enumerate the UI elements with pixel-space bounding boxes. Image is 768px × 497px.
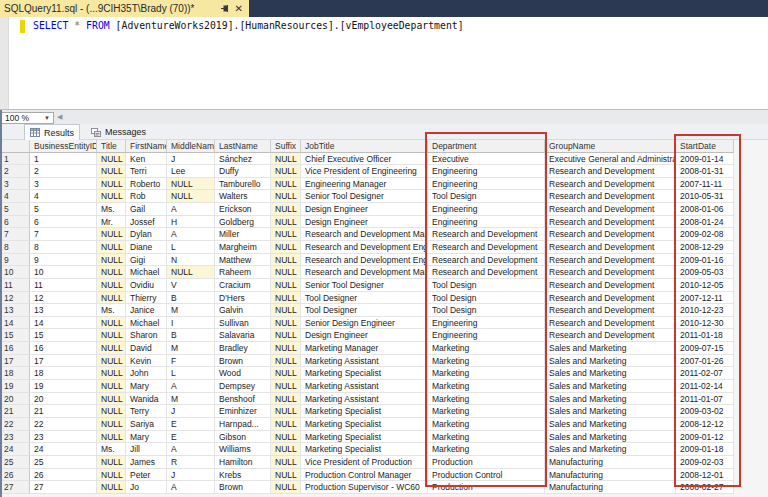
grid-cell[interactable]: Matthew — [215, 254, 271, 267]
grid-cell[interactable]: 2009-07-15 — [676, 342, 734, 355]
grid-cell[interactable]: Tool Design — [428, 304, 545, 317]
zoom-level-dropdown[interactable]: 100 % ▼ — [1, 112, 54, 124]
column-header-BusinessEntityID[interactable]: BusinessEntityID — [30, 140, 97, 153]
grid-cell[interactable]: NULL — [167, 266, 215, 279]
grid-cell[interactable]: Thierry — [126, 292, 167, 305]
grid-cell[interactable]: Rob — [126, 190, 167, 203]
grid-cell[interactable]: Vice President of Engineering — [301, 165, 428, 178]
grid-cell[interactable]: 2010-05-31 — [676, 190, 734, 203]
row-number[interactable]: 8 — [0, 241, 30, 254]
grid-cell[interactable]: Engineering — [428, 203, 545, 216]
grid-cell[interactable]: NULL — [97, 342, 126, 355]
grid-cell[interactable]: NULL — [97, 165, 126, 178]
grid-cell[interactable]: Janice — [126, 304, 167, 317]
row-number[interactable]: 27 — [0, 481, 30, 494]
grid-cell[interactable]: NULL — [97, 279, 126, 292]
row-number[interactable]: 26 — [0, 469, 30, 482]
grid-cell[interactable]: 2010-12-05 — [676, 279, 734, 292]
grid-cell[interactable]: David — [126, 342, 167, 355]
grid-cell[interactable]: NULL — [271, 481, 301, 494]
grid-cell[interactable]: Vice President of Production — [301, 456, 428, 469]
grid-cell[interactable]: NULL — [271, 228, 301, 241]
grid-cell[interactable]: 2007-01-26 — [676, 355, 734, 368]
grid-cell[interactable]: NULL — [167, 190, 215, 203]
grid-cell[interactable]: Engineering — [428, 165, 545, 178]
grid-cell[interactable]: Sales and Marketing — [545, 443, 676, 456]
grid-cell[interactable]: NULL — [271, 279, 301, 292]
grid-cell[interactable]: NULL — [271, 153, 301, 166]
grid-cell[interactable]: Duffy — [215, 165, 271, 178]
grid-cell[interactable]: NULL — [271, 342, 301, 355]
grid-cell[interactable]: 2009-01-18 — [676, 443, 734, 456]
grid-cell[interactable]: Sales and Marketing — [545, 367, 676, 380]
grid-cell[interactable]: Research and Development Engineer — [301, 241, 428, 254]
grid-cell[interactable]: NULL — [97, 228, 126, 241]
grid-cell[interactable]: 1 — [30, 153, 97, 166]
grid-cell[interactable]: Erickson — [215, 203, 271, 216]
grid-cell[interactable]: A — [167, 481, 215, 494]
grid-cell[interactable]: 11 — [30, 279, 97, 292]
grid-cell[interactable]: Marketing — [428, 431, 545, 444]
grid-cell[interactable]: 2008-12-29 — [676, 241, 734, 254]
grid-cell[interactable]: Marketing Manager — [301, 342, 428, 355]
row-number[interactable]: 16 — [0, 342, 30, 355]
grid-cell[interactable]: Dempsey — [215, 380, 271, 393]
grid-cell[interactable]: I — [167, 317, 215, 330]
grid-cell[interactable]: 16 — [30, 342, 97, 355]
grid-cell[interactable]: Marketing Specialist — [301, 418, 428, 431]
grid-cell[interactable]: Gibson — [215, 431, 271, 444]
grid-cell[interactable]: Marketing — [428, 355, 545, 368]
grid-cell[interactable]: NULL — [271, 355, 301, 368]
grid-cell[interactable]: Lee — [167, 165, 215, 178]
row-number[interactable]: 17 — [0, 355, 30, 368]
grid-cell[interactable]: Ovidiu — [126, 279, 167, 292]
grid-cell[interactable]: R — [167, 456, 215, 469]
column-header-GroupName[interactable]: GroupName — [545, 140, 676, 153]
grid-cell[interactable]: Research and Development — [545, 329, 676, 342]
grid-cell[interactable]: Engineering — [428, 317, 545, 330]
grid-cell[interactable]: Salavaria — [215, 329, 271, 342]
grid-cell[interactable]: A — [167, 380, 215, 393]
row-number[interactable]: 13 — [0, 304, 30, 317]
grid-cell[interactable]: Senior Tool Designer — [301, 279, 428, 292]
grid-cell[interactable]: Miller — [215, 228, 271, 241]
grid-cell[interactable]: 2007-11-11 — [676, 178, 734, 191]
grid-cell[interactable]: NULL — [97, 266, 126, 279]
grid-cell[interactable]: Kevin — [126, 355, 167, 368]
grid-cell[interactable]: NULL — [97, 393, 126, 406]
grid-cell[interactable]: Research and Development — [428, 266, 545, 279]
grid-cell[interactable]: NULL — [271, 393, 301, 406]
grid-cell[interactable]: M — [167, 304, 215, 317]
grid-cell[interactable]: Production Supervisor - WC60 — [301, 481, 428, 494]
grid-cell[interactable]: 26 — [30, 469, 97, 482]
column-header-Title[interactable]: Title — [97, 140, 126, 153]
grid-cell[interactable]: 7 — [30, 228, 97, 241]
grid-cell[interactable]: Marketing Specialist — [301, 405, 428, 418]
grid-cell[interactable]: Research and Development — [545, 292, 676, 305]
grid-cell[interactable]: M — [167, 342, 215, 355]
grid-cell[interactable]: Research and Development — [545, 216, 676, 229]
pin-icon[interactable] — [220, 4, 229, 13]
grid-cell[interactable]: 14 — [30, 317, 97, 330]
column-header-FirstName[interactable]: FirstName — [126, 140, 167, 153]
grid-cell[interactable]: Engineering Manager — [301, 178, 428, 191]
tab-messages[interactable]: Messages — [86, 124, 151, 140]
grid-cell[interactable]: Ms. — [97, 443, 126, 456]
grid-cell[interactable]: 3 — [30, 178, 97, 191]
document-tab[interactable]: SQLQuery11.sql - (...9CIH35T\Brady (70))… — [0, 0, 249, 17]
grid-cell[interactable]: NULL — [97, 292, 126, 305]
grid-cell[interactable]: 18 — [30, 367, 97, 380]
grid-cell[interactable]: Research and Development — [428, 241, 545, 254]
grid-cell[interactable]: NULL — [97, 254, 126, 267]
grid-cell[interactable]: Manufacturing — [545, 469, 676, 482]
column-header-Suffix[interactable]: Suffix — [271, 140, 301, 153]
grid-cell[interactable]: NULL — [97, 481, 126, 494]
row-number[interactable]: 12 — [0, 292, 30, 305]
grid-cell[interactable]: Mary — [126, 380, 167, 393]
row-number[interactable]: 4 — [0, 190, 30, 203]
row-number[interactable]: 14 — [0, 317, 30, 330]
grid-cell[interactable]: 22 — [30, 418, 97, 431]
grid-cell[interactable]: Marketing Assistant — [301, 355, 428, 368]
grid-cell[interactable]: 24 — [30, 443, 97, 456]
grid-cell[interactable]: B — [167, 329, 215, 342]
